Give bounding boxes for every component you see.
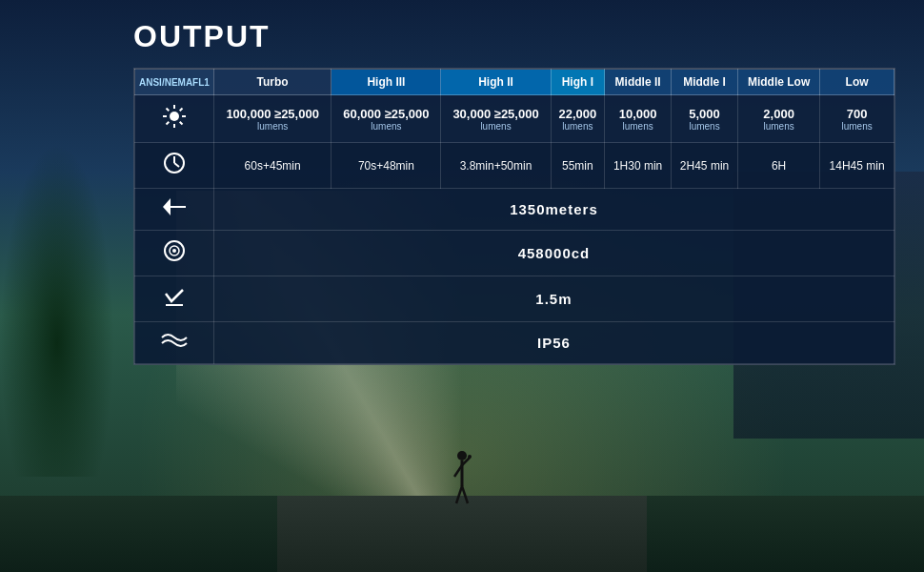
page-title: OUTPUT — [133, 19, 895, 54]
col-header-mid2: Middle II — [605, 70, 672, 95]
time-midlo: 6H — [738, 143, 820, 189]
time-low: 14H45 min — [820, 143, 894, 189]
specs-table-wrapper: ANSI/NEMAFL1 Turbo High III High II High… — [133, 68, 895, 365]
silhouette-person — [449, 448, 475, 515]
svg-point-23 — [172, 249, 176, 253]
lumens-high1: 22,000 lumens — [551, 95, 605, 143]
lumens-turbo: 100,000 ≥25,000 lumens — [213, 95, 331, 143]
distance-value: 1350meters — [213, 189, 894, 231]
lumens-mid2: 10,000 lumens — [605, 95, 672, 143]
svg-line-18 — [174, 163, 179, 167]
time-mid1: 2H45 min — [672, 143, 738, 189]
svg-line-15 — [166, 122, 169, 125]
lumens-icon — [135, 95, 214, 143]
col-header-midlo: Middle Low — [738, 70, 820, 95]
table-row-drop: 1.5m — [135, 276, 894, 322]
lumens-midlo: 2,000 lumens — [738, 95, 820, 143]
table-row-ip: IP56 — [135, 322, 894, 364]
lumens-low: 700 lumens — [820, 95, 894, 143]
svg-marker-19 — [163, 198, 171, 215]
col-header-high1: High I — [551, 70, 605, 95]
time-high3: 70s+48min — [331, 143, 441, 189]
lumens-high2: 30,000 ≥25,000 lumens — [441, 95, 551, 143]
time-high2: 3.8min+50min — [441, 143, 551, 189]
ip-value: IP56 — [213, 322, 894, 364]
cd-icon — [135, 231, 214, 276]
svg-point-0 — [457, 451, 467, 460]
svg-line-5 — [456, 486, 462, 503]
svg-line-14 — [180, 109, 183, 112]
lumens-mid1: 5,000 lumens — [672, 95, 738, 143]
svg-point-7 — [170, 112, 179, 121]
svg-line-12 — [166, 109, 169, 112]
table-row-distance: 1350meters — [135, 189, 894, 231]
time-high1: 55min — [551, 143, 605, 189]
col-header-ansi: ANSI/NEMAFL1 — [135, 70, 214, 95]
time-icon — [135, 143, 214, 189]
distance-icon — [135, 189, 214, 231]
drop-value: 1.5m — [213, 276, 894, 322]
col-header-turbo: Turbo — [213, 70, 331, 95]
svg-line-6 — [462, 486, 468, 503]
col-header-mid1: Middle I — [672, 70, 738, 95]
col-header-high2: High II — [441, 70, 551, 95]
table-row-time: 60s+45min 70s+48min 3.8min+50min 55min 1… — [135, 143, 894, 189]
table-header-row: ANSI/NEMAFL1 Turbo High III High II High… — [135, 70, 894, 95]
table-row-cd: 458000cd — [135, 231, 894, 276]
cd-value: 458000cd — [213, 231, 894, 276]
time-turbo: 60s+45min — [213, 143, 331, 189]
col-header-high3: High III — [331, 70, 441, 95]
specs-table: ANSI/NEMAFL1 Turbo High III High II High… — [134, 69, 894, 364]
trees-left — [0, 143, 114, 477]
svg-point-4 — [468, 455, 472, 459]
col-header-low: Low — [820, 70, 894, 95]
ip-icon — [135, 322, 214, 364]
lumens-high3: 60,000 ≥25,000 lumens — [331, 95, 441, 143]
table-row-lumens: 100,000 ≥25,000 lumens 60,000 ≥25,000 lu… — [135, 95, 894, 143]
svg-line-13 — [180, 122, 183, 125]
time-mid2: 1H30 min — [605, 143, 672, 189]
drop-icon — [135, 276, 214, 322]
content-area: OUTPUT ANSI/NEMAFL1 Turbo High III High … — [133, 19, 895, 365]
